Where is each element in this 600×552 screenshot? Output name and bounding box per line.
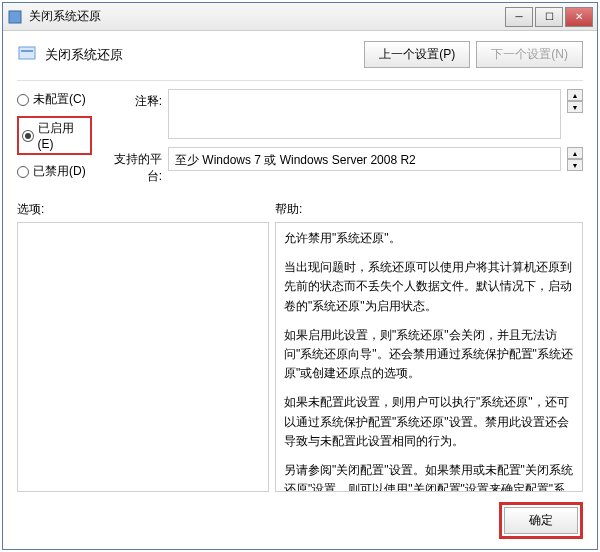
close-button[interactable]: ✕ — [565, 7, 593, 27]
comment-up-button[interactable]: ▲ — [567, 89, 583, 101]
help-text: 当出现问题时，系统还原可以使用户将其计算机还原到先前的状态而不丢失个人数据文件。… — [284, 258, 574, 316]
options-pane — [17, 222, 269, 492]
platform-down-button[interactable]: ▼ — [567, 159, 583, 171]
comment-down-button[interactable]: ▼ — [567, 101, 583, 113]
radio-not-configured[interactable]: 未配置(C) — [17, 91, 92, 108]
help-text: 允许禁用"系统还原"。 — [284, 229, 574, 248]
radio-label: 已禁用(D) — [33, 163, 86, 180]
radio-icon — [17, 166, 29, 178]
radio-enabled[interactable]: 已启用(E) — [17, 116, 92, 155]
radio-icon — [17, 94, 29, 106]
radio-icon — [22, 130, 34, 142]
svg-rect-2 — [21, 50, 33, 52]
titlebar: 关闭系统还原 ─ ☐ ✕ — [3, 3, 597, 31]
radio-label: 已启用(E) — [38, 120, 87, 151]
divider — [17, 80, 583, 81]
radio-disabled[interactable]: 已禁用(D) — [17, 163, 92, 180]
maximize-button[interactable]: ☐ — [535, 7, 563, 27]
policy-icon — [17, 45, 37, 65]
prev-setting-button[interactable]: 上一个设置(P) — [364, 41, 470, 68]
app-icon — [7, 9, 23, 25]
platform-label: 支持的平台: — [102, 147, 162, 185]
help-text: 如果未配置此设置，则用户可以执行"系统还原"，还可以通过系统保护配置"系统还原"… — [284, 393, 574, 451]
next-setting-button: 下一个设置(N) — [476, 41, 583, 68]
window-title: 关闭系统还原 — [29, 8, 503, 25]
comment-input[interactable] — [168, 89, 561, 139]
svg-rect-1 — [19, 47, 35, 59]
svg-rect-0 — [9, 11, 21, 23]
ok-button[interactable]: 确定 — [504, 507, 578, 534]
minimize-button[interactable]: ─ — [505, 7, 533, 27]
help-pane[interactable]: 允许禁用"系统还原"。 当出现问题时，系统还原可以使用户将其计算机还原到先前的状… — [275, 222, 583, 492]
platform-up-button[interactable]: ▲ — [567, 147, 583, 159]
help-text: 另请参阅"关闭配置"设置。如果禁用或未配置"关闭系统还原"设置，则可以使用"关闭… — [284, 461, 574, 492]
page-title: 关闭系统还原 — [45, 46, 364, 64]
comment-label: 注释: — [102, 89, 162, 139]
platform-value: 至少 Windows 7 或 Windows Server 2008 R2 — [168, 147, 561, 171]
options-label: 选项: — [17, 201, 275, 218]
help-label: 帮助: — [275, 201, 302, 218]
help-text: 如果启用此设置，则"系统还原"会关闭，并且无法访问"系统还原向导"。还会禁用通过… — [284, 326, 574, 384]
radio-label: 未配置(C) — [33, 91, 86, 108]
